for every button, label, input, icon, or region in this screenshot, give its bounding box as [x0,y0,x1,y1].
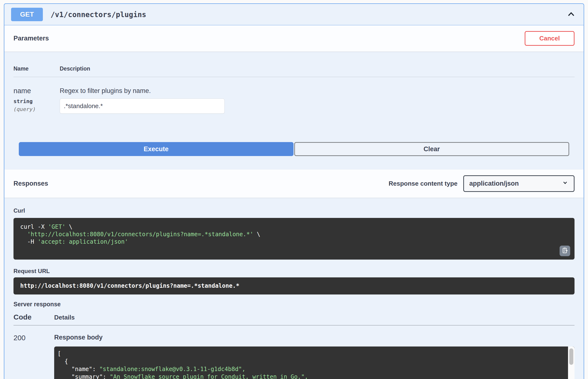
response-details-cell: Response body [ { "name": "standalone:sn… [54,334,574,379]
method-badge: GET [11,8,43,21]
parameters-header: Parameters Cancel [4,25,584,51]
cancel-button[interactable]: Cancel [525,31,574,46]
chevron-up-icon [566,16,576,20]
parameters-title: Parameters [14,35,49,42]
col-head-name: Name [14,65,60,72]
server-response-label: Server response [14,301,574,308]
endpoint-path: /v1/connectors/plugins [51,10,146,19]
response-status-code: 200 [14,334,54,379]
param-name: name [14,87,60,95]
response-body: [ { "name": "standalone:snowflake@v0.3.1… [54,347,574,379]
col-head-code: Code [14,313,54,321]
scrollbar-thumb[interactable] [569,348,573,365]
response-content-type-select[interactable]: application/json [463,175,574,192]
responses-inner: Curl curl -X 'GET' \ 'http://localhost:8… [4,198,584,379]
param-name-cell: name string (query) [14,87,60,114]
execute-button[interactable]: Execute [19,142,294,156]
opblock-get: GET /v1/connectors/plugins Parameters Ca… [4,3,584,379]
content-type-label: Response content type [389,180,458,187]
request-url: http://localhost:8080/v1/connectors/plug… [14,277,574,295]
chevron-down-icon [562,179,569,188]
server-response-table: Code Details 200 Response body [ { "name… [14,313,574,379]
param-location: (query) [14,106,60,112]
param-description: Regex to filter plugins by name. [60,87,574,95]
content-type-wrap: Response content type application/json [389,175,574,192]
parameters-table-head: Name Description [14,51,574,77]
param-row: name string (query) Regex to filter plug… [14,77,574,114]
execute-wrapper: Execute Clear [4,114,584,170]
param-value-input[interactable] [60,98,225,114]
curl-command: curl -X 'GET' \ 'http://localhost:8080/v… [14,218,574,260]
content-type-value: application/json [469,180,519,187]
scrollbar-track[interactable] [568,347,574,379]
param-type: string [14,98,60,104]
responses-header: Responses Response content type applicat… [4,170,584,198]
curl-label: Curl [14,207,574,214]
server-response-table-head: Code Details [14,313,574,326]
parameters-table: Name Description name string (query) Reg… [4,51,584,114]
request-url-label: Request URL [14,268,574,274]
copy-to-clipboard-button[interactable] [560,246,570,256]
col-head-details: Details [54,314,574,321]
response-body-label: Response body [54,334,574,341]
clear-button[interactable]: Clear [294,142,570,156]
response-row: 200 Response body [ { "name": "standalon… [14,326,574,379]
opblock-summary[interactable]: GET /v1/connectors/plugins [4,4,584,25]
responses-title: Responses [14,180,48,187]
param-description-cell: Regex to filter plugins by name. [60,87,574,114]
col-head-description: Description [60,65,574,72]
collapse-button[interactable] [565,8,577,21]
clipboard-icon [562,247,568,254]
